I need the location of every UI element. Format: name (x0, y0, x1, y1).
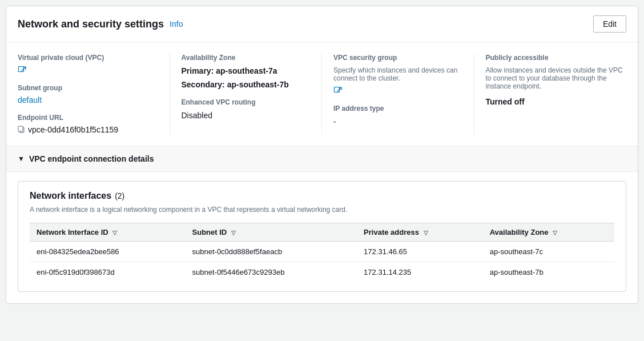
enhanced-routing-label: Enhanced VPC routing (182, 98, 311, 106)
vpc-label: Virtual private cloud (VPC) (18, 54, 158, 62)
endpoint-url-value: vpce-0dd416f0b1f5c1159 (28, 125, 118, 134)
col-header-network-interface-id: Network Interface ID ▽ (30, 223, 186, 242)
external-link-icon[interactable] (18, 66, 27, 75)
vpc-sg-description: Specify which instances and devices can … (333, 66, 462, 82)
table-header-row: Network Interface ID ▽ Subnet ID ▽ Priva… (30, 223, 614, 242)
sort-icon-az[interactable]: ▽ (553, 230, 557, 236)
info-link[interactable]: Info (170, 19, 183, 29)
publicly-accessible-description: Allow instances and devices outside the … (486, 66, 627, 90)
enhanced-routing-value: Disabled (182, 111, 311, 120)
settings-grid: Virtual private cloud (VPC) Subnet group… (6, 42, 638, 146)
cell-subnet-id-1: subnet-0f5446e673c9293eb (186, 262, 357, 283)
main-panel: Network and security settings Info Edit … (6, 6, 638, 304)
sort-icon-private-address[interactable]: ▽ (424, 230, 428, 236)
public-access-column: Publicly accessible Allow instances and … (474, 54, 627, 134)
vpc-column: Virtual private cloud (VPC) Subnet group… (18, 54, 170, 134)
col-header-availability-zone: Availability Zone ▽ (483, 223, 614, 242)
cell-eni-id-1: eni-0f5c919d0f398673d (30, 262, 186, 283)
col-header-subnet-id: Subnet ID ▽ (186, 223, 357, 242)
expand-triangle-icon: ▼ (18, 155, 25, 163)
network-interfaces-desc: A network interface is a logical network… (30, 206, 614, 214)
table-row: eni-0f5c919d0f398673d subnet-0f5446e673c… (30, 262, 614, 283)
cell-eni-id-0: eni-084325edea2bee586 (30, 242, 186, 262)
sort-icon-subnet[interactable]: ▽ (231, 230, 236, 236)
az-label: Availability Zone (182, 54, 311, 62)
subnet-group-label: Subnet group (18, 84, 158, 92)
cell-subnet-id-0: subnet-0c0dd888ef5faeacb (186, 242, 357, 262)
svg-rect-2 (18, 126, 23, 131)
svg-rect-3 (335, 87, 340, 93)
publicly-accessible-value: Turned off (486, 97, 627, 106)
header-title-group: Network and security settings Info (18, 18, 183, 30)
vpc-section-body: Network interfaces (2) A network interfa… (6, 172, 638, 303)
network-interfaces-table: Network Interface ID ▽ Subnet ID ▽ Priva… (30, 223, 614, 282)
ip-address-value: - (333, 117, 462, 126)
vpc-sg-label: VPC security group (333, 54, 462, 62)
vpc-section-header[interactable]: ▼ VPC endpoint connection details (6, 146, 638, 172)
table-row: eni-084325edea2bee586 subnet-0c0dd888ef5… (30, 242, 614, 262)
endpoint-row: vpce-0dd416f0b1f5c1159 (18, 125, 158, 134)
header: Network and security settings Info Edit (6, 6, 638, 42)
security-column: VPC security group Specify which instanc… (322, 54, 474, 134)
cell-az-1: ap-southeast-7b (483, 262, 614, 283)
vpc-section-title: VPC endpoint connection details (29, 154, 154, 163)
vpc-sg-external-link-icon[interactable] (333, 86, 343, 95)
publicly-accessible-label: Publicly accessible (486, 54, 627, 62)
cell-private-address-0: 172.31.46.65 (357, 242, 483, 262)
network-interfaces-card: Network interfaces (2) A network interfa… (18, 181, 626, 292)
ip-address-label: IP address type (333, 105, 462, 113)
table-body: eni-084325edea2bee586 subnet-0c0dd888ef5… (30, 242, 614, 283)
page-title: Network and security settings (18, 18, 164, 30)
network-interfaces-count: (2) (115, 191, 124, 200)
az-secondary: Secondary: ap-southeast-7b (182, 80, 311, 89)
svg-rect-0 (19, 67, 24, 72)
subnet-group-value[interactable]: default (18, 95, 42, 105)
cell-private-address-1: 172.31.14.235 (357, 262, 483, 283)
edit-button[interactable]: Edit (593, 15, 626, 33)
endpoint-url-label: Endpoint URL (18, 114, 158, 122)
network-interfaces-title: Network interfaces (30, 191, 111, 201)
copy-icon[interactable] (18, 126, 26, 134)
az-primary: Primary: ap-southeast-7a (182, 66, 311, 75)
cell-az-0: ap-southeast-7c (483, 242, 614, 262)
col-header-private-address: Private address ▽ (357, 223, 483, 242)
sort-icon-eni[interactable]: ▽ (112, 230, 117, 236)
az-column: Availability Zone Primary: ap-southeast-… (170, 54, 323, 134)
